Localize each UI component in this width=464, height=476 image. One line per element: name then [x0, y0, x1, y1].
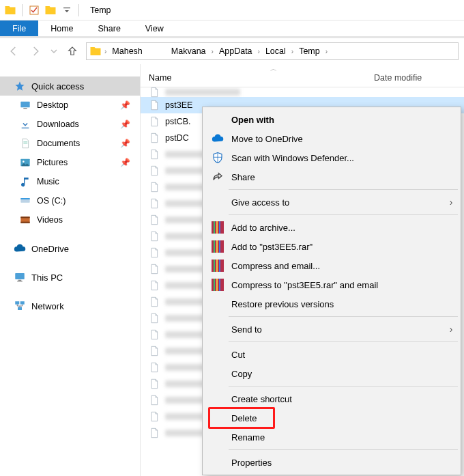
- pc-icon: [14, 271, 26, 283]
- svg-rect-14: [15, 273, 25, 279]
- svg-rect-15: [18, 280, 22, 281]
- crumb-makvana[interactable]: Makvana: [167, 46, 210, 56]
- menu-add-to-archive[interactable]: Add to archive...: [204, 218, 459, 237]
- svg-rect-35: [219, 279, 220, 291]
- sidebar-item-documents[interactable]: Documents 📌: [0, 134, 140, 153]
- column-name[interactable]: Name: [149, 73, 374, 83]
- pin-icon: 📌: [120, 100, 130, 110]
- menu-compress-email[interactable]: Compress and email...: [204, 256, 459, 275]
- svg-rect-19: [18, 307, 22, 311]
- navigation-pane[interactable]: Quick access Desktop 📌 Downloads 📌 Docum…: [0, 64, 141, 476]
- recent-dropdown-icon[interactable]: [49, 43, 59, 59]
- quick-access-node[interactable]: Quick access: [0, 76, 140, 96]
- sidebar-item-videos[interactable]: Videos: [0, 210, 140, 229]
- file-icon: [149, 247, 160, 258]
- file-icon: [149, 346, 160, 356]
- crumb-appdata[interactable]: AppData: [215, 46, 257, 56]
- up-button[interactable]: [64, 43, 81, 59]
- pin-icon: 📌: [120, 120, 130, 129]
- folder-small-icon[interactable]: [43, 3, 58, 18]
- file-icon: [149, 198, 160, 209]
- tab-home[interactable]: Home: [38, 20, 85, 36]
- back-button[interactable]: [5, 43, 22, 59]
- menu-send-to[interactable]: Send to ›: [204, 320, 459, 339]
- svg-rect-26: [216, 240, 218, 253]
- tab-view[interactable]: View: [133, 20, 176, 36]
- menu-delete[interactable]: Delete: [204, 408, 459, 428]
- svg-rect-1: [63, 8, 70, 8]
- tab-share[interactable]: Share: [86, 20, 133, 36]
- sidebar-item-pictures[interactable]: Pictures 📌: [0, 153, 140, 172]
- menu-separator: [229, 316, 458, 317]
- thispc-node[interactable]: This PC: [0, 268, 140, 287]
- sidebar-item-os-drive[interactable]: OS (C:): [0, 191, 140, 210]
- column-header[interactable]: Name Date modifie: [141, 68, 464, 87]
- file-icon: [149, 378, 160, 389]
- sidebar-item-music[interactable]: Music: [0, 172, 140, 191]
- file-tab[interactable]: File: [0, 20, 38, 36]
- menu-rename[interactable]: Rename: [204, 428, 459, 447]
- menu-separator: [229, 341, 458, 342]
- context-menu: Open with Move to OneDrive Scan with Win…: [202, 107, 461, 475]
- menu-open-with[interactable]: Open with: [204, 110, 459, 129]
- chevron-right-icon[interactable]: ›: [103, 48, 108, 55]
- blank-icon: [209, 366, 226, 381]
- onedrive-node[interactable]: OneDrive: [0, 239, 140, 258]
- video-icon: [19, 214, 31, 226]
- collapse-grip-icon[interactable]: ︿: [257, 64, 291, 70]
- ribbon-tabs: File Home Share View: [0, 20, 464, 38]
- file-icon: [149, 264, 160, 275]
- column-date[interactable]: Date modifie: [374, 73, 422, 83]
- quick-access-label: Quick access: [31, 81, 84, 92]
- menu-compress-to-rar-email[interactable]: Compress to "pst3EE5.rar" and email: [204, 275, 459, 294]
- svg-rect-31: [219, 260, 220, 272]
- pin-icon: 📌: [120, 139, 130, 148]
- qat-divider: [22, 4, 23, 16]
- menu-properties[interactable]: Properties: [204, 453, 459, 472]
- svg-rect-21: [214, 221, 215, 234]
- sidebar-item-desktop[interactable]: Desktop 📌: [0, 96, 140, 115]
- crumb-temp[interactable]: Temp: [295, 46, 324, 56]
- cloud-icon: [14, 242, 26, 255]
- menu-separator: [229, 189, 458, 190]
- chevron-right-icon[interactable]: ›: [290, 48, 295, 55]
- crumb-local[interactable]: Local: [261, 46, 290, 56]
- menu-give-access-to[interactable]: Give access to ›: [204, 193, 459, 212]
- file-icon: [149, 329, 160, 340]
- file-name: pst3EE: [165, 100, 192, 110]
- file-icon: [149, 411, 160, 422]
- file-icon: [149, 280, 160, 291]
- qat-dropdown-icon[interactable]: [59, 3, 74, 18]
- file-icon: [149, 395, 160, 406]
- file-name: pstCB.: [165, 117, 191, 126]
- svg-rect-30: [216, 260, 218, 272]
- chevron-right-icon[interactable]: ›: [257, 48, 261, 55]
- download-icon: [19, 118, 31, 130]
- network-node[interactable]: Network: [0, 296, 140, 316]
- menu-scan-defender[interactable]: Scan with Windows Defender...: [204, 148, 459, 167]
- svg-rect-5: [23, 143, 27, 143]
- menu-share[interactable]: Share: [204, 167, 459, 186]
- menu-create-shortcut[interactable]: Create shortcut: [204, 389, 459, 408]
- blank-icon: [209, 455, 226, 470]
- menu-restore-previous[interactable]: Restore previous versions: [204, 294, 459, 313]
- folder-icon: [89, 45, 102, 57]
- picture-icon: [19, 156, 31, 169]
- crumb-mahesh[interactable]: Mahesh: [108, 46, 146, 56]
- file-icon: [149, 313, 160, 324]
- menu-copy[interactable]: Copy: [204, 364, 459, 383]
- svg-rect-18: [20, 301, 25, 305]
- onedrive-label: OneDrive: [31, 244, 69, 254]
- sidebar-item-label: Downloads: [37, 120, 79, 129]
- properties-qat-icon[interactable]: [27, 3, 42, 18]
- menu-move-to-onedrive[interactable]: Move to OneDrive: [204, 129, 459, 148]
- svg-rect-25: [214, 240, 215, 253]
- forward-button[interactable]: [27, 43, 44, 59]
- chevron-right-icon[interactable]: ›: [324, 48, 329, 55]
- sidebar-item-downloads[interactable]: Downloads 📌: [0, 115, 140, 134]
- menu-add-to-rar[interactable]: Add to "pst3EE5.rar": [204, 237, 459, 256]
- chevron-right-icon[interactable]: ›: [210, 48, 215, 55]
- menu-cut[interactable]: Cut: [204, 345, 459, 364]
- desktop-icon: [19, 99, 31, 111]
- breadcrumb[interactable]: › Mahesh Makvana › AppData › Local › Tem…: [86, 42, 459, 60]
